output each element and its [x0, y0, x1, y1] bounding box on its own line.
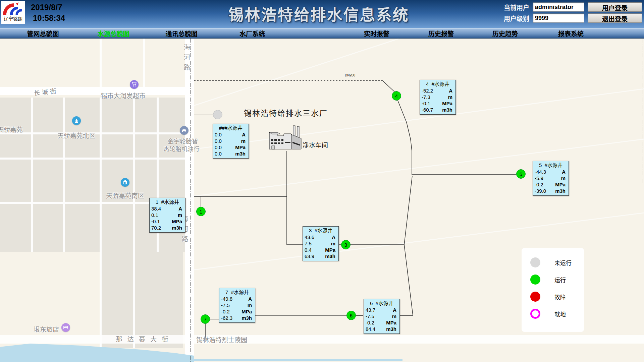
well-box-title: ###水源井	[213, 124, 249, 131]
status-local-icon	[530, 309, 540, 319]
well-value: -0.2	[366, 319, 374, 326]
well-value: -5.9	[535, 175, 543, 181]
company-logo: 辽宁铭朗	[1, 1, 25, 24]
well-unit: m	[241, 138, 246, 144]
well-unit: m	[178, 212, 182, 218]
well-box-4: 4 #水源井 -52.2A -7.3m -0.1MPa -60.7m3h	[420, 80, 456, 115]
well-marker-3[interactable]: 3	[341, 240, 351, 249]
well-value: -0.2	[535, 181, 543, 188]
well-box-title: 7 #水源井	[219, 288, 255, 296]
well-value: -0.2	[221, 308, 230, 315]
well-value: 0.4	[305, 247, 312, 253]
road-label-nadamu: 那 达 慕 大 街	[116, 334, 170, 343]
tab-pipe-network-overview[interactable]: 管网总貌图	[27, 29, 59, 38]
logo-arcs-icon	[2, 1, 24, 16]
well-unit: A	[393, 307, 396, 313]
well-unit: MPa	[235, 144, 246, 150]
well-unit: m3h	[325, 253, 335, 259]
well-unit: m3h	[235, 150, 246, 157]
well-unit: A	[449, 87, 452, 94]
well-value: 84.4	[366, 326, 375, 332]
legend-label: 故障	[554, 293, 566, 301]
well-value: -52.2	[422, 87, 433, 94]
well-value: -0.1	[422, 100, 430, 107]
legend-label: 运行	[554, 276, 566, 284]
well-unit: A	[178, 205, 182, 212]
well-unit: m3h	[386, 326, 396, 332]
road-label-haihe-top: 海河路	[182, 44, 191, 74]
well-unit: A	[242, 131, 246, 138]
user-level-input[interactable]	[533, 13, 584, 23]
main-menu: 管网总貌图 水源总貌图 通讯总貌图 水厂系统 实时报警 历史报警 历史趋势 报表…	[0, 28, 644, 39]
well-unit: m	[392, 313, 396, 319]
well-value: -60.7	[422, 107, 433, 113]
tab-realtime-alarm[interactable]: 实时报警	[364, 29, 389, 38]
well-unit: m	[248, 302, 252, 308]
well-value: 0.0	[215, 150, 222, 157]
well-box-3: 3 #水源井 43.6A 7.5m 0.4MPa 63.9m3h	[303, 226, 339, 261]
well-value: -39.0	[535, 188, 546, 194]
tab-report-system[interactable]: 报表系统	[558, 29, 584, 38]
tab-communication-overview[interactable]: 通讯总貌图	[165, 29, 197, 38]
poi-label-martyrs-cemetery: 锡林浩特烈士陵园	[196, 335, 247, 344]
well-unit: MPa	[386, 319, 396, 326]
poi-label-tianjiao-south: 天骄嘉苑南区	[106, 191, 144, 200]
well-value: 0.1	[151, 212, 158, 218]
map-canvas[interactable]: 长 城 街 锡市大润发超市 天骄嘉苑 天骄嘉苑北区 金宇轮胎智 杰轮胎机油行 天…	[0, 39, 644, 362]
building-icon	[121, 178, 129, 187]
tab-history-alarm[interactable]: 历史报警	[428, 29, 454, 38]
shopping-cart-icon	[130, 80, 139, 89]
page-title: 锡林浩特给排水信息系统	[228, 2, 409, 24]
well-unit: A	[248, 296, 252, 302]
date-text: 2019/8/7	[31, 2, 65, 13]
well-box-6: 6 #水源井 43.7A -7.5m -0.2MPa 84.4m3h	[364, 299, 400, 334]
well-value: -0.1	[151, 218, 160, 225]
well-unit: m	[561, 175, 566, 181]
pipe-diameter-label: DN200	[345, 73, 355, 77]
well-value: 7.5	[305, 240, 312, 247]
user-level-label: 用户级别	[504, 14, 529, 23]
status-fault-icon	[530, 292, 540, 302]
scada-screen: 辽宁铭朗 2019/8/7 10:58:34 锡林浩特给排水信息系统 当前用户 …	[0, 0, 644, 362]
well-unit: A	[332, 234, 335, 240]
well-marker-4[interactable]: 4	[392, 91, 401, 101]
well-marker-7[interactable]: 7	[201, 314, 210, 324]
well-unit: MPa	[241, 308, 252, 315]
legend-label: 就地	[554, 310, 566, 318]
well-unit: m	[331, 240, 335, 247]
user-panel: 当前用户 用户登录 用户级别 退出登录	[504, 2, 642, 23]
well-unit: m3h	[241, 315, 252, 321]
well-marker-5[interactable]: 5	[516, 169, 526, 179]
poi-label-jinyu-2: 杰轮胎机油行	[163, 144, 200, 153]
well-value: -7.5	[366, 313, 374, 319]
login-button[interactable]: 用户登录	[588, 2, 642, 12]
building-icon	[72, 116, 81, 125]
bed-icon	[61, 323, 70, 332]
poi-label-supermarket: 锡市大润发超市	[101, 91, 145, 100]
poi-label-tianjiao-north: 天骄嘉苑北区	[57, 131, 96, 140]
tab-history-trend[interactable]: 历史趋势	[492, 29, 518, 38]
title-bar: 辽宁铭朗 2019/8/7 10:58:34 锡林浩特给排水信息系统 当前用户 …	[0, 0, 644, 28]
tab-water-source-overview[interactable]: 水源总貌图	[97, 29, 129, 38]
plant-title: 锡林浩特给排水三水厂	[244, 107, 328, 118]
well-value: -7.5	[221, 302, 230, 308]
status-legend: 未运行 运行 故障 就地	[522, 248, 584, 332]
logout-button[interactable]: 退出登录	[588, 13, 642, 23]
well-marker-1[interactable]: 1	[196, 207, 206, 216]
well-unit: MPa	[325, 247, 335, 253]
well-value: -44.3	[535, 169, 546, 175]
current-user-label: 当前用户	[504, 3, 529, 12]
well-box-title: 3 #水源井	[303, 227, 338, 234]
poi-label-hotel: 垠东旅店	[34, 324, 59, 334]
tab-water-plant-system[interactable]: 水厂系统	[239, 29, 265, 38]
well-value: 0.0	[215, 131, 222, 138]
well-value: 70.2	[151, 225, 161, 231]
factory-icon	[268, 124, 308, 151]
car-icon	[180, 126, 189, 135]
well-value: 0.0	[215, 144, 222, 150]
well-unit: m3h	[555, 188, 566, 194]
current-user-input[interactable]	[533, 2, 584, 12]
legend-label: 未运行	[554, 258, 572, 267]
well-value: -49.8	[221, 296, 232, 302]
well-marker-6[interactable]: 6	[346, 311, 356, 320]
